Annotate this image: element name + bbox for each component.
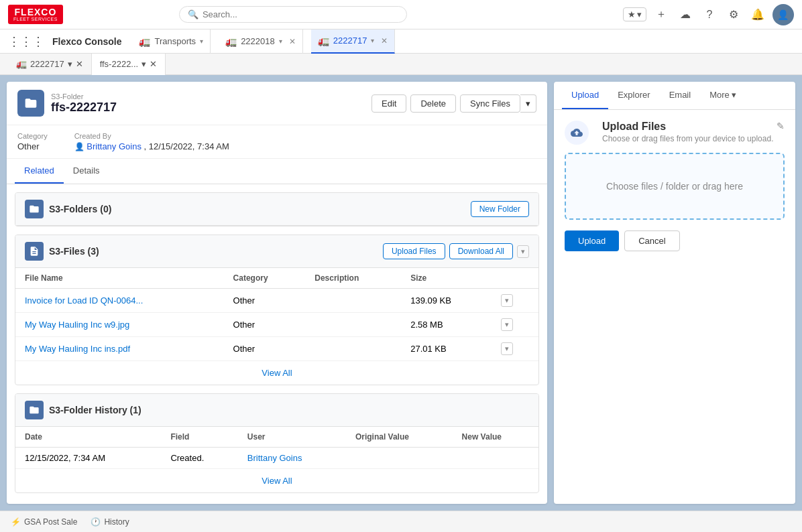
- history-view-all[interactable]: View All: [15, 469, 538, 492]
- file-name: My Way Hauling Inc w9.jpg: [15, 313, 224, 337]
- s3-files-section: S3-Files (3) Upload Files Download All ▾…: [15, 235, 539, 385]
- tab-related[interactable]: Related: [15, 159, 64, 184]
- tab-details[interactable]: Details: [64, 159, 109, 184]
- edit-upload-icon[interactable]: ✎: [777, 121, 785, 131]
- favorites-button[interactable]: ★ ▾: [623, 7, 646, 21]
- file-name-link[interactable]: My Way Hauling Inc ins.pdf: [25, 344, 130, 354]
- s3-files-icon: [25, 242, 44, 261]
- hist-original: [346, 448, 453, 469]
- hist-col-new: New Value: [453, 427, 538, 448]
- hist-col-date: Date: [15, 427, 161, 448]
- meta-row: Category Other Created By 👤 Brittany Goi…: [7, 125, 547, 159]
- file-name-link[interactable]: Invoice for Load ID QN-0064...: [25, 295, 143, 306]
- upload-title: Upload Files: [602, 121, 773, 133]
- sub-tab-bar: 🚛 2222717 ▾ ✕ ffs-2222... ▾ ✕: [0, 54, 802, 75]
- upload-text-area: Upload Files Choose or drag files from y…: [602, 121, 773, 143]
- created-by-date: ,: [144, 141, 149, 151]
- avatar[interactable]: 👤: [772, 4, 794, 25]
- upload-icon: [565, 121, 589, 145]
- close-2222717-button[interactable]: ✕: [381, 36, 388, 46]
- upload-section-header: Upload Files Choose or drag files from y…: [565, 121, 785, 145]
- delete-button[interactable]: Delete: [410, 94, 456, 113]
- file-size: 27.01 KB: [401, 337, 492, 361]
- top-nav: FLEXCO FLEET SERVICES 🔍 ★ ▾ ＋ ☁ ? ⚙ 🔔 👤: [0, 0, 802, 29]
- bell-icon[interactable]: 🔔: [748, 5, 767, 24]
- upload-panel: Upload Files Choose or drag files from y…: [554, 110, 795, 504]
- sub-tab-2222717[interactable]: 🚛 2222717 ▾ ✕: [8, 54, 92, 75]
- file-row-dropdown[interactable]: ▾: [501, 294, 513, 307]
- settings-icon[interactable]: ⚙: [724, 5, 743, 24]
- help-icon[interactable]: ?: [700, 5, 719, 24]
- upload-files-button[interactable]: Upload Files: [383, 243, 445, 259]
- search-bar[interactable]: 🔍: [179, 6, 407, 23]
- tab-2222717-label: 2222717: [333, 36, 367, 46]
- new-folder-button[interactable]: New Folder: [471, 201, 529, 217]
- right-tab-upload[interactable]: Upload: [562, 82, 608, 109]
- sync-files-button[interactable]: Sync Files: [460, 94, 520, 113]
- file-action: ▾: [492, 337, 538, 361]
- tab-2222717[interactable]: 🚛 2222717 ▾ ✕: [311, 29, 396, 54]
- col-actions: [492, 268, 538, 289]
- tab-2222018-label: 2222018: [241, 36, 275, 46]
- cancel-button[interactable]: Cancel: [624, 230, 679, 251]
- created-by-user-link[interactable]: Brittany Goins: [87, 141, 141, 151]
- sub-tab-ffs[interactable]: ffs-2222... ▾ ✕: [92, 54, 166, 75]
- search-input[interactable]: [203, 9, 398, 19]
- tab-transports[interactable]: 🚛 Transports ▾: [132, 29, 211, 54]
- files-dropdown-button[interactable]: ▾: [517, 245, 529, 258]
- s3-history-table: Date Field User Original Value New Value…: [15, 427, 538, 469]
- created-by-label: Created By: [74, 132, 229, 140]
- record-type: S3-Folder: [51, 92, 117, 101]
- upload-button[interactable]: Upload: [565, 230, 619, 251]
- file-row-dropdown[interactable]: ▾: [501, 318, 513, 331]
- nav-icons: ★ ▾ ＋ ☁ ? ⚙ 🔔 👤: [623, 4, 794, 25]
- file-action: ▾: [492, 289, 538, 313]
- close-sub-ffs-button[interactable]: ✕: [150, 59, 157, 69]
- record-info: S3-Folder ffs-2222717: [51, 92, 117, 115]
- grid-icon[interactable]: ⋮⋮⋮: [8, 34, 44, 49]
- hist-user-link[interactable]: Brittany Goins: [247, 453, 302, 463]
- tab-transports-icon: 🚛: [139, 36, 150, 47]
- search-icon: 🔍: [188, 9, 198, 19]
- panel-tabs: Related Details: [7, 159, 547, 184]
- tab-transports-label: Transports: [154, 36, 196, 46]
- hist-col-field: Field: [161, 427, 237, 448]
- star-icon: ★: [628, 9, 636, 19]
- file-name-link[interactable]: My Way Hauling Inc w9.jpg: [25, 320, 129, 330]
- table-row: My Way Hauling Inc ins.pdf Other 27.01 K…: [15, 337, 538, 361]
- close-2222018-button[interactable]: ✕: [289, 37, 296, 46]
- meta-category: Category Other: [17, 132, 48, 151]
- sub-tab-2222717-icon: 🚛: [16, 59, 27, 69]
- right-tab-explorer[interactable]: Explorer: [608, 82, 659, 109]
- right-tab-email[interactable]: Email: [660, 82, 701, 109]
- file-category: Other: [224, 313, 306, 337]
- meta-created-by: Created By 👤 Brittany Goins , 12/15/2022…: [74, 132, 229, 151]
- edit-button[interactable]: Edit: [371, 94, 406, 113]
- hist-new: [453, 448, 538, 469]
- right-tab-more[interactable]: More ▾: [700, 82, 746, 109]
- file-name: My Way Hauling Inc ins.pdf: [15, 337, 224, 361]
- chevron-down-icon: ▾: [371, 37, 374, 44]
- close-sub-2222717-button[interactable]: ✕: [76, 59, 83, 69]
- hist-date: 12/15/2022, 7:34 AM: [15, 448, 161, 469]
- file-row-dropdown[interactable]: ▾: [501, 342, 513, 355]
- add-icon[interactable]: ＋: [652, 5, 671, 24]
- header-actions: Edit Delete Sync Files ▾: [371, 94, 536, 113]
- category-label: Category: [17, 132, 48, 140]
- drop-zone[interactable]: Choose files / folder or drag here: [565, 153, 785, 220]
- files-view-all[interactable]: View All: [15, 361, 538, 385]
- file-action: ▾: [492, 313, 538, 337]
- tab-2222018[interactable]: 🚛 2222018 ▾ ✕: [219, 29, 303, 54]
- hist-col-original: Original Value: [346, 427, 453, 448]
- s3-files-header: S3-Files (3) Upload Files Download All ▾: [15, 235, 538, 268]
- main-content: S3-Folder ffs-2222717 Edit Delete Sync F…: [0, 75, 802, 511]
- s3-folders-header: S3-Folders (0) New Folder: [15, 193, 538, 226]
- left-panel: S3-Folder ffs-2222717 Edit Delete Sync F…: [7, 82, 547, 504]
- tab-2222717-icon: 🚛: [318, 36, 329, 46]
- logo: FLEXCO FLEET SERVICES: [8, 5, 63, 24]
- file-category: Other: [224, 337, 306, 361]
- cloud-icon[interactable]: ☁: [676, 5, 695, 24]
- chevron-down-icon: ▾: [279, 38, 282, 45]
- download-all-button[interactable]: Download All: [449, 243, 513, 259]
- sync-dropdown-button[interactable]: ▾: [520, 94, 536, 113]
